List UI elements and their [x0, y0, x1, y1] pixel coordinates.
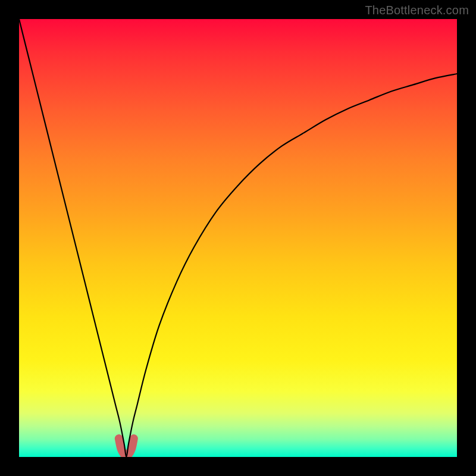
rounded-min-marker	[119, 439, 134, 456]
bottleneck-curve	[19, 19, 457, 457]
plot-area	[19, 19, 457, 457]
watermark-text: TheBottleneck.com	[365, 4, 469, 17]
chart-svg	[19, 19, 457, 457]
outer-frame: TheBottleneck.com	[0, 0, 476, 476]
